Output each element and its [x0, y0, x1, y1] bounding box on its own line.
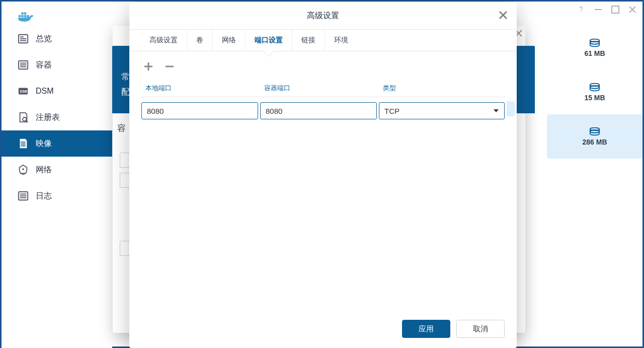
svg-rect-4 [24, 12, 26, 14]
svg-point-24 [22, 168, 24, 170]
sidebar: 总览 容器 DSM DSM 注册表 映像 网络 日志 [2, 26, 112, 348]
type-select-value: TCP [384, 107, 399, 115]
port-settings-table: 本地端口 容器端口 类型 TCP [129, 79, 517, 121]
tab-label: 链接 [301, 36, 315, 44]
svg-rect-23 [21, 146, 25, 147]
svg-rect-1 [21, 15, 23, 17]
tab-env[interactable]: 环境 [325, 30, 357, 51]
svg-rect-21 [21, 142, 25, 143]
close-icon[interactable] [498, 10, 509, 21]
apply-button-label: 应用 [419, 324, 434, 334]
col-local-port[interactable]: 本地端口 [140, 79, 259, 97]
svg-rect-5 [27, 15, 29, 17]
cancel-button[interactable]: 取消 [456, 320, 505, 338]
svg-rect-22 [21, 144, 25, 145]
svg-rect-29 [20, 197, 27, 198]
svg-text:DSM: DSM [20, 90, 27, 93]
svg-rect-15 [20, 64, 27, 65]
dialog-toolbar [129, 51, 517, 79]
sidebar-item-label: 日志 [36, 191, 52, 201]
dialog-title: 高级设置 [307, 11, 339, 21]
image-card[interactable]: 61 MB [547, 26, 642, 70]
section-label-text: 容 [117, 123, 126, 133]
close-window-icon[interactable] [628, 6, 636, 14]
local-port-input[interactable] [141, 102, 258, 119]
tab-network[interactable]: 网络 [213, 30, 246, 51]
add-row-button[interactable] [141, 59, 155, 74]
storage-icon [589, 38, 600, 47]
image-card[interactable]: 286 MB [547, 114, 642, 159]
dsm-icon: DSM [18, 86, 29, 97]
svg-rect-16 [20, 66, 27, 67]
dialog-header: 高级设置 [129, 3, 517, 30]
log-icon [18, 190, 29, 201]
svg-point-19 [23, 117, 26, 121]
image-icon [18, 138, 29, 149]
col-container-port[interactable]: 容器端口 [259, 79, 378, 97]
tab-volume[interactable]: 卷 [187, 30, 213, 51]
tab-label: 端口设置 [255, 36, 283, 44]
col-type[interactable]: 类型 [378, 79, 506, 97]
minimize-icon[interactable] [594, 6, 602, 14]
underlying-field [120, 173, 130, 188]
apply-button[interactable]: 应用 [402, 320, 450, 338]
sidebar-item-label: 容器 [36, 60, 52, 71]
image-size-label: 61 MB [584, 49, 605, 57]
minus-icon [164, 60, 176, 73]
table-header: 本地端口 容器端口 类型 [140, 79, 506, 97]
svg-rect-8 [612, 6, 619, 13]
svg-rect-0 [19, 15, 21, 17]
app-window: ? 总览 容器 DSM DSM 注册表 映像 网络 [0, 0, 644, 348]
maximize-icon[interactable] [611, 6, 619, 14]
tab-label: 高级设置 [149, 36, 178, 44]
storage-icon [589, 127, 600, 136]
registry-icon [18, 112, 29, 123]
images-size-panel: 61 MB 15 MB 286 MB [547, 26, 642, 348]
svg-rect-28 [20, 195, 27, 196]
container-port-input[interactable] [260, 102, 377, 119]
svg-point-35 [590, 130, 599, 133]
sidebar-item-label: 注册表 [36, 112, 60, 123]
svg-rect-11 [20, 38, 27, 39]
sidebar-item-log[interactable]: 日志 [2, 183, 112, 209]
table-row: TCP [140, 97, 506, 121]
svg-point-31 [590, 41, 599, 44]
cancel-button-label: 取消 [473, 324, 488, 334]
sidebar-item-label: 网络 [36, 165, 52, 175]
sidebar-item-network[interactable]: 网络 [2, 157, 112, 183]
tab-label: 网络 [222, 36, 236, 44]
svg-rect-3 [21, 12, 23, 14]
remove-row-button[interactable] [163, 59, 177, 74]
row-selection-indicator [507, 101, 515, 116]
image-card[interactable]: 15 MB [547, 70, 642, 114]
help-icon[interactable]: ? [577, 6, 585, 14]
sidebar-item-overview[interactable]: 总览 [2, 26, 112, 52]
svg-rect-2 [24, 15, 26, 17]
image-size-label: 286 MB [582, 138, 607, 146]
svg-rect-10 [20, 36, 24, 37]
svg-rect-7 [595, 9, 602, 10]
storage-icon [589, 83, 600, 92]
underlying-section-label: 容 [117, 122, 126, 134]
band-text2: 配 [121, 86, 130, 98]
sidebar-item-container[interactable]: 容器 [2, 52, 112, 78]
docker-logo-icon [17, 10, 35, 23]
sidebar-item-registry[interactable]: 注册表 [2, 104, 112, 130]
dialog-tabs: 高级设置 卷 网络 端口设置 链接 环境 [129, 30, 517, 51]
tab-label: 卷 [196, 36, 203, 44]
dialog-footer: 应用 取消 [129, 311, 517, 348]
sidebar-item-image[interactable]: 映像 [2, 130, 112, 157]
tab-link[interactable]: 链接 [292, 30, 325, 51]
window-controls: ? [577, 6, 636, 14]
advanced-settings-dialog: 高级设置 高级设置 卷 网络 端口设置 链接 环境 本地端口 容器端口 [129, 3, 517, 348]
sidebar-item-dsm[interactable]: DSM DSM [2, 78, 112, 104]
type-select[interactable]: TCP [379, 102, 505, 119]
svg-rect-14 [20, 62, 27, 63]
tab-advanced[interactable]: 高级设置 [140, 30, 187, 51]
svg-rect-27 [20, 193, 27, 194]
chevron-down-icon [493, 108, 499, 114]
sidebar-item-label: DSM [36, 87, 54, 96]
svg-rect-12 [20, 40, 27, 41]
tab-port[interactable]: 端口设置 [246, 30, 292, 51]
plus-icon [142, 60, 154, 73]
